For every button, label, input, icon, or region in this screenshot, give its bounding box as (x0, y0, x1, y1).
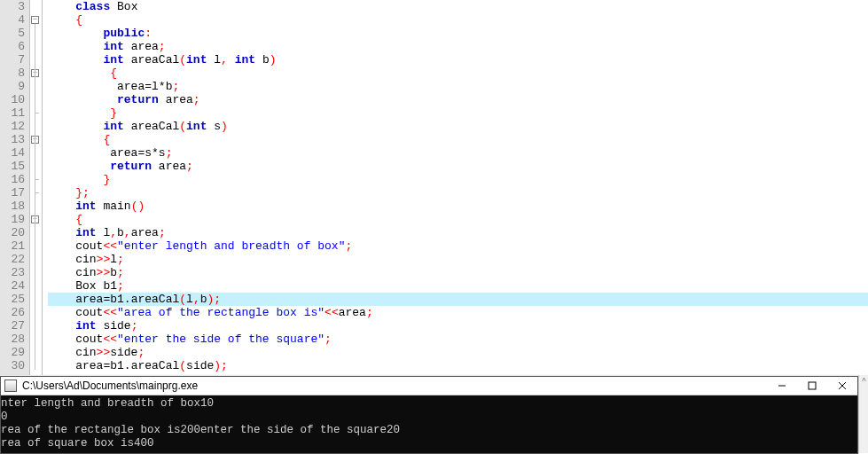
code-line[interactable]: int l,b,area; (48, 226, 868, 239)
code-line[interactable]: area=b1.areaCal(side); (48, 359, 868, 372)
code-line[interactable]: return area; (48, 93, 868, 106)
console-title: C:\Users\Ad\Documents\mainprg.exe (22, 380, 767, 392)
code-line[interactable]: cin>>side; (48, 346, 868, 359)
console-output[interactable]: nter length and breadth of box10 0 rea o… (1, 395, 857, 453)
line-number: 14 (0, 146, 29, 160)
line-number: 6 (0, 40, 29, 53)
svg-rect-1 (809, 382, 816, 389)
line-number: 28 (0, 333, 29, 346)
code-line[interactable]: int area; (48, 40, 868, 53)
code-line[interactable]: cout<<"area of the rectangle box is"<<ar… (48, 306, 868, 319)
close-button[interactable] (827, 377, 857, 395)
line-number: 8 (0, 67, 29, 80)
line-number: 4 (0, 13, 29, 27)
line-number: 10 (0, 93, 29, 106)
code-line[interactable]: int main() (48, 200, 868, 213)
scrollbar-stub[interactable]: ^ (858, 375, 868, 453)
code-line[interactable]: cin>>l; (48, 253, 868, 266)
line-number: 23 (0, 266, 29, 279)
line-number: 18 (0, 200, 29, 213)
code-line[interactable]: area=b1.areaCal(l,b); (48, 293, 868, 306)
code-line[interactable]: int areaCal(int l, int b) (48, 53, 868, 67)
code-line[interactable]: } (48, 173, 868, 186)
code-line[interactable]: area=s*s; (48, 146, 868, 160)
line-number: 29 (0, 346, 29, 359)
code-line[interactable]: { (48, 133, 868, 146)
line-number: 17 (0, 186, 29, 200)
line-number: 27 (0, 319, 29, 333)
code-line[interactable]: }; (48, 186, 868, 200)
line-number: 13 (0, 133, 29, 146)
fold-end-tick (35, 179, 39, 180)
line-number: 15 (0, 160, 29, 173)
line-number: 5 (0, 27, 29, 40)
code-area[interactable]: class Box { public: int area; int areaCa… (43, 0, 868, 375)
line-number: 25 (0, 293, 29, 306)
code-line[interactable]: Box b1; (48, 279, 868, 293)
code-line[interactable]: area=l*b; (48, 80, 868, 93)
line-number: 9 (0, 80, 29, 93)
code-line[interactable]: class Box (48, 0, 868, 13)
app-icon (4, 380, 17, 392)
code-line[interactable]: } (48, 106, 868, 120)
line-number: 16 (0, 173, 29, 186)
fold-guide (35, 24, 35, 370)
code-line[interactable]: int side; (48, 319, 868, 333)
code-line[interactable]: { (48, 67, 868, 80)
code-line[interactable]: cin>>b; (48, 266, 868, 279)
line-number: 7 (0, 53, 29, 67)
maximize-button[interactable] (797, 377, 827, 395)
line-number: 24 (0, 279, 29, 293)
line-number: 3 (0, 0, 29, 13)
console-titlebar[interactable]: C:\Users\Ad\Documents\mainprg.exe (1, 377, 857, 395)
console-window[interactable]: C:\Users\Ad\Documents\mainprg.exe nter l… (0, 376, 858, 454)
fold-end-tick (35, 192, 39, 193)
line-number: 22 (0, 253, 29, 266)
line-number: 19 (0, 213, 29, 226)
scroll-up-icon[interactable]: ^ (859, 375, 868, 387)
code-line[interactable]: public: (48, 27, 868, 40)
line-number: 12 (0, 120, 29, 133)
code-line[interactable]: { (48, 213, 868, 226)
code-editor[interactable]: 3456789101112131415161718192021222324252… (0, 0, 868, 375)
code-line[interactable]: return area; (48, 160, 868, 173)
line-number: 26 (0, 306, 29, 319)
line-number-gutter: 3456789101112131415161718192021222324252… (0, 0, 30, 375)
code-line[interactable]: int areaCal(int s) (48, 120, 868, 133)
code-line[interactable]: cout<<"enter the side of the square"; (48, 333, 868, 346)
fold-column[interactable]: −−−− (30, 0, 43, 375)
line-number: 30 (0, 359, 29, 372)
fold-toggle[interactable]: − (31, 16, 39, 24)
line-number: 20 (0, 226, 29, 239)
minimize-button[interactable] (767, 377, 797, 395)
fold-end-tick (35, 113, 39, 114)
line-number: 11 (0, 106, 29, 120)
code-line[interactable]: cout<<"enter length and breadth of box"; (48, 239, 868, 253)
line-number: 21 (0, 239, 29, 253)
code-line[interactable]: { (48, 13, 868, 27)
